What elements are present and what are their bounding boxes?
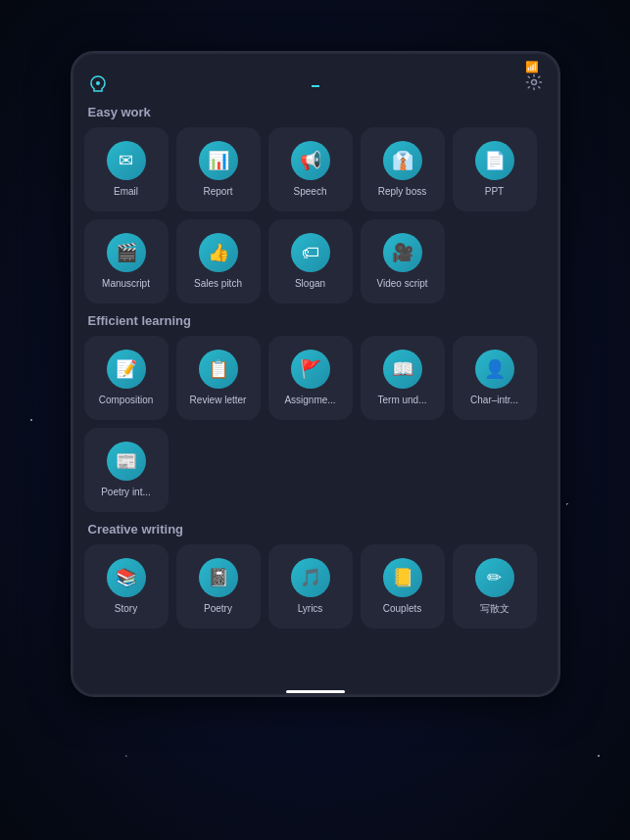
section-label-easy-work: Easy work bbox=[88, 105, 547, 119]
grid-item-email[interactable]: ✉Email bbox=[84, 127, 169, 211]
term-understand-label: Term und... bbox=[377, 395, 426, 406]
manuscript-icon: 🎬 bbox=[107, 233, 146, 272]
wifi-icon: 📶 bbox=[525, 61, 539, 73]
composition-icon: 📝 bbox=[107, 350, 146, 389]
svg-point-0 bbox=[96, 81, 100, 85]
couplets-icon: 📒 bbox=[383, 558, 422, 597]
ipad-frame: 📶 bbox=[71, 51, 560, 697]
grid-item-couplets[interactable]: 📒Couplets bbox=[361, 544, 445, 629]
term-understand-icon: 📖 bbox=[383, 350, 422, 389]
write-prose-label: 写散文 bbox=[480, 603, 509, 615]
grid-item-char-intro[interactable]: 👤Char–intr... bbox=[453, 336, 537, 420]
grid-item-lyrics[interactable]: 🎵Lyrics bbox=[268, 544, 353, 629]
poetry-icon: 📓 bbox=[199, 558, 238, 597]
page-wrapper: 📶 bbox=[0, 0, 630, 840]
char-intro-label: Char–intr... bbox=[470, 395, 518, 406]
reply-boss-label: Reply boss bbox=[378, 186, 426, 198]
section-label-creative-writing: Creative writing bbox=[88, 522, 547, 537]
grid-item-manuscript[interactable]: 🎬Manuscript bbox=[84, 219, 169, 303]
grid-item-reply-boss[interactable]: 👔Reply boss bbox=[361, 127, 445, 211]
lyrics-label: Lyrics bbox=[298, 603, 323, 615]
couplets-label: Couplets bbox=[383, 603, 421, 615]
main-content[interactable]: Easy work✉Email📊Report📢Speech👔Reply boss… bbox=[73, 95, 558, 686]
video-script-icon: 🎥 bbox=[383, 233, 422, 272]
reply-boss-icon: 👔 bbox=[383, 141, 422, 180]
story-label: Story bbox=[115, 603, 137, 615]
slogan-icon: 🏷 bbox=[291, 233, 330, 272]
grid-item-slogan[interactable]: 🏷Slogan bbox=[268, 219, 353, 303]
settings-icon[interactable] bbox=[525, 73, 543, 95]
top-nav bbox=[73, 77, 558, 95]
grid-item-composition[interactable]: 📝Composition bbox=[84, 336, 169, 420]
status-bar: 📶 bbox=[73, 53, 558, 77]
grid-item-ppt[interactable]: 📄PPT bbox=[453, 127, 537, 211]
poetry-int-label: Poetry int... bbox=[101, 487, 151, 498]
scroll-bar bbox=[286, 690, 345, 693]
grid-item-poetry-int[interactable]: 📰Poetry int... bbox=[84, 428, 169, 512]
grid-item-sales-pitch[interactable]: 👍Sales pitch bbox=[176, 219, 261, 303]
grid-item-report[interactable]: 📊Report bbox=[176, 127, 261, 211]
grid-item-story[interactable]: 📚Story bbox=[84, 544, 169, 629]
review-letter-icon: 📋 bbox=[199, 350, 238, 389]
tab-role[interactable] bbox=[339, 82, 347, 86]
story-icon: 📚 bbox=[107, 558, 146, 597]
review-letter-label: Review letter bbox=[190, 395, 247, 406]
grid-creative-writing: 📚Story📓Poetry🎵Lyrics📒Couplets✏写散文 bbox=[84, 544, 547, 629]
grid-item-video-script[interactable]: 🎥Video script bbox=[361, 219, 445, 303]
poetry-int-icon: 📰 bbox=[107, 442, 146, 481]
assignment-label: Assignme... bbox=[284, 395, 335, 406]
tab-chat[interactable] bbox=[284, 82, 292, 86]
grid-item-review-letter[interactable]: 📋Review letter bbox=[176, 336, 261, 420]
manuscript-label: Manuscript bbox=[102, 278, 150, 290]
composition-label: Composition bbox=[99, 395, 154, 406]
grid-item-speech[interactable]: 📢Speech bbox=[268, 127, 353, 211]
email-label: Email bbox=[114, 186, 138, 198]
grid-easy-work: ✉Email📊Report📢Speech👔Reply boss📄PPT🎬Manu… bbox=[84, 127, 547, 303]
poetry-label: Poetry bbox=[204, 603, 232, 615]
logo-icon bbox=[88, 74, 108, 94]
report-label: Report bbox=[203, 186, 232, 198]
grid-item-term-understand[interactable]: 📖Term und... bbox=[361, 336, 445, 420]
speech-label: Speech bbox=[294, 186, 327, 198]
email-icon: ✉ bbox=[107, 141, 146, 180]
speech-icon: 📢 bbox=[291, 141, 330, 180]
lyrics-icon: 🎵 bbox=[291, 558, 330, 597]
scroll-indicator bbox=[73, 686, 558, 695]
write-prose-icon: ✏ bbox=[475, 558, 514, 597]
sales-pitch-icon: 👍 bbox=[199, 233, 238, 272]
grid-item-write-prose[interactable]: ✏写散文 bbox=[453, 544, 537, 629]
section-label-efficient-learning: Efficient learning bbox=[88, 313, 547, 328]
status-icons: 📶 bbox=[525, 61, 543, 73]
sales-pitch-label: Sales pitch bbox=[194, 278, 242, 290]
ppt-icon: 📄 bbox=[475, 141, 514, 180]
grid-item-poetry[interactable]: 📓Poetry bbox=[176, 544, 261, 629]
report-icon: 📊 bbox=[199, 141, 238, 180]
ppt-label: PPT bbox=[485, 186, 504, 198]
slogan-label: Slogan bbox=[295, 278, 325, 290]
video-script-label: Video script bbox=[376, 278, 427, 290]
char-intro-icon: 👤 bbox=[475, 350, 514, 389]
grid-efficient-learning: 📝Composition📋Review letter🚩Assignme...📖T… bbox=[84, 336, 547, 512]
grid-item-assignment[interactable]: 🚩Assignme... bbox=[268, 336, 353, 420]
assignment-icon: 🚩 bbox=[291, 350, 330, 389]
nav-tabs bbox=[284, 81, 347, 87]
tab-inspire[interactable] bbox=[312, 81, 319, 87]
svg-point-1 bbox=[531, 80, 536, 85]
